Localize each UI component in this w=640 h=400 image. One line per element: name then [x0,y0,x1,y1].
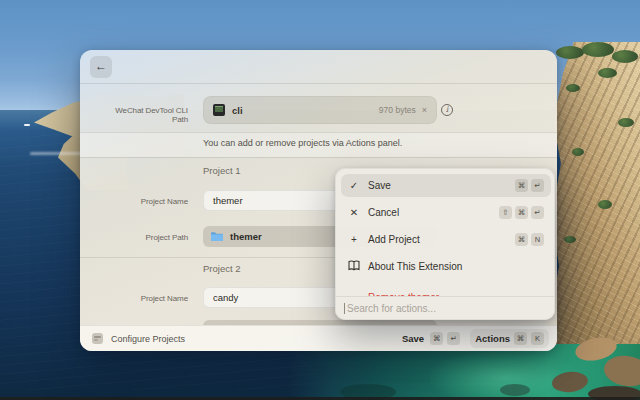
cli-path-file-field[interactable]: cli 970 bytes × [203,96,437,124]
wallpaper-bush [618,118,634,127]
project1-path-value: themer [230,231,262,242]
action-item-about[interactable]: About This Extension [341,255,551,278]
cmd-keycap: ⌘ [514,332,527,345]
project1-title: Project 1 [203,165,241,176]
description-text: You can add or remove projects via Actio… [203,138,402,148]
close-icon: ✕ [348,207,360,218]
actions-panel: ✓ Save ⌘ ↵ ✕ Cancel ⇧ ⌘ ↵ + Add Project … [335,168,555,320]
bottom-bar-title: Configure Projects [111,334,185,344]
wallpaper-bush [556,46,584,59]
actions-button-label: Actions [475,333,510,344]
wallpaper-bush [564,236,576,243]
action-label: Cancel [368,207,399,218]
book-icon [348,260,360,273]
action-label: Add Project [368,234,420,245]
project2-name-label: Project Name [98,294,188,303]
divider [80,132,557,133]
wallpaper-rock [500,384,530,396]
action-label: About This Extension [368,261,462,272]
wallpaper-bush [572,148,584,156]
action-item-cancel[interactable]: ✕ Cancel ⇧ ⌘ ↵ [341,201,551,224]
enter-keycap: ↵ [447,332,460,345]
project2-title: Project 2 [203,263,241,274]
desktop: ← WeChat DevTool CLI Path cli 970 bytes … [0,0,640,400]
cmd-keycap: ⌘ [515,179,528,192]
cli-file-size: 970 bytes [379,105,416,115]
wallpaper-boat [24,124,30,126]
project1-name-label: Project Name [98,197,188,206]
cmd-keycap: ⌘ [430,332,443,345]
action-item-add-project[interactable]: + Add Project ⌘ N [341,228,551,251]
wallpaper-bush [566,84,580,92]
action-item-save[interactable]: ✓ Save ⌘ ↵ [341,174,551,197]
actions-search-input[interactable]: Search for actions... [336,296,554,319]
terminal-file-icon [213,104,225,116]
divider [80,157,557,158]
wallpaper-bush [612,50,638,63]
shift-keycap: ⇧ [499,206,512,219]
cli-path-label: WeChat DevTool CLI Path [98,106,188,124]
cli-file-name: cli [232,105,243,116]
k-keycap: K [531,332,544,345]
wallpaper-bush [598,68,617,78]
search-placeholder: Search for actions... [347,303,436,314]
extension-icon [92,333,103,344]
wallpaper-foam [30,152,84,155]
enter-keycap: ↵ [531,179,544,192]
project1-path-label: Project Path [98,233,188,242]
action-label: Save [368,180,391,191]
save-button[interactable]: Save [402,333,424,344]
enter-keycap: ↵ [531,206,544,219]
wallpaper-bush [582,42,614,57]
header-divider [80,83,557,84]
info-icon[interactable]: i [441,104,453,116]
folder-icon [210,231,224,242]
plus-icon: + [348,234,360,245]
n-keycap: N [531,233,544,246]
check-icon: ✓ [348,180,360,191]
cmd-keycap: ⌘ [515,206,528,219]
text-caret [344,303,345,314]
cmd-keycap: ⌘ [515,233,528,246]
bottom-bar: Configure Projects Save ⌘ ↵ Actions ⌘ K [80,325,557,351]
actions-button[interactable]: Actions ⌘ K [470,329,549,348]
back-button[interactable]: ← [90,56,112,78]
wallpaper-bush [598,200,612,209]
remove-file-icon[interactable]: × [422,105,427,115]
wallpaper-cliff-texture [548,42,640,362]
